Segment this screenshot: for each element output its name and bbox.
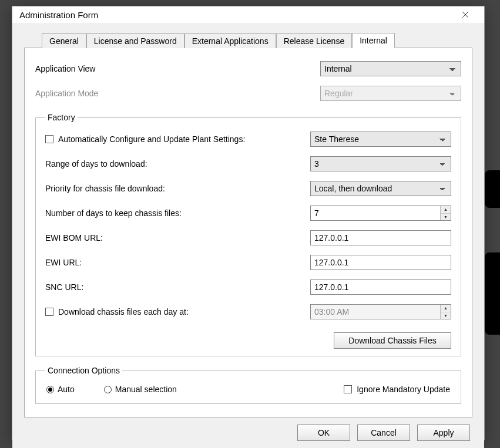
ok-button[interactable]: OK: [297, 425, 350, 441]
download-daily-label: Download chassis files each day at:: [58, 307, 310, 316]
keep-days-spinner[interactable]: ▲ ▼: [310, 206, 451, 221]
spin-up-icon[interactable]: ▲: [441, 206, 451, 214]
cancel-button[interactable]: Cancel: [357, 425, 410, 441]
tab-strip: General License and Password External Ap…: [24, 31, 472, 48]
spin-up-icon[interactable]: ▲: [441, 305, 451, 312]
apply-button[interactable]: Apply: [417, 425, 470, 441]
application-view-select[interactable]: Internal: [320, 61, 461, 76]
auto-configure-checkbox[interactable]: [45, 135, 53, 143]
connection-options-group: Connection Options Auto Manual selection: [35, 366, 461, 404]
ewi-bom-label: EWI BOM URL:: [45, 233, 310, 242]
tab-release[interactable]: Release License: [276, 33, 353, 48]
radio-icon: [104, 386, 112, 393]
snc-input[interactable]: [310, 279, 451, 295]
window-title: Administration Form: [19, 10, 454, 20]
keep-days-input[interactable]: [311, 206, 440, 220]
download-time-spinner[interactable]: ▲ ▼: [310, 304, 451, 319]
range-days-select[interactable]: 3: [310, 156, 451, 171]
ignore-mandatory-option[interactable]: Ignore Mandatory Update: [344, 385, 450, 394]
close-icon: [462, 11, 469, 18]
download-chassis-button[interactable]: Download Chassis Files: [334, 332, 451, 349]
close-button[interactable]: [454, 6, 477, 23]
tab-panel-internal: Application View Internal Application Mo…: [24, 48, 472, 417]
ewi-input[interactable]: [310, 255, 451, 270]
application-mode-label: Application Mode: [35, 89, 320, 98]
auto-configure-label: Automatically Configure and Update Plant…: [58, 134, 310, 144]
background-decor: [485, 170, 500, 208]
tab-general[interactable]: General: [42, 33, 86, 48]
application-view-label: Application View: [35, 64, 320, 73]
background-decor: [485, 252, 500, 335]
ignore-mandatory-label: Ignore Mandatory Update: [357, 385, 450, 394]
range-days-label: Range of days to download:: [45, 159, 310, 169]
spin-down-icon[interactable]: ▼: [441, 312, 451, 319]
administration-dialog: Administration Form General License and …: [12, 6, 485, 440]
ignore-mandatory-checkbox[interactable]: [344, 385, 352, 393]
tab-internal[interactable]: Internal: [352, 33, 395, 48]
connection-manual-option[interactable]: Manual selection: [104, 385, 177, 394]
plant-select[interactable]: Ste Therese: [310, 132, 451, 147]
download-time-input: [311, 305, 440, 319]
tab-license[interactable]: License and Password: [86, 33, 184, 48]
priority-label: Priority for chassis file download:: [45, 184, 310, 193]
download-daily-checkbox[interactable]: [45, 308, 53, 316]
connection-manual-label: Manual selection: [115, 385, 177, 394]
tab-external[interactable]: External Applications: [184, 33, 276, 48]
keep-days-label: Number of days to keep chassis files:: [45, 208, 310, 218]
ewi-bom-input[interactable]: [310, 230, 451, 245]
factory-group: Factory Automatically Configure and Upda…: [35, 113, 461, 356]
snc-label: SNC URL:: [45, 282, 310, 292]
connection-auto-option[interactable]: Auto: [46, 385, 75, 394]
connection-auto-label: Auto: [58, 385, 75, 394]
factory-legend: Factory: [45, 113, 78, 122]
connection-options-legend: Connection Options: [45, 366, 122, 375]
priority-select[interactable]: Local, then download: [310, 181, 451, 196]
radio-icon: [46, 386, 54, 393]
ewi-label: EWI URL:: [45, 258, 310, 267]
application-mode-select: Regular: [320, 86, 461, 101]
spin-down-icon[interactable]: ▼: [441, 214, 451, 221]
